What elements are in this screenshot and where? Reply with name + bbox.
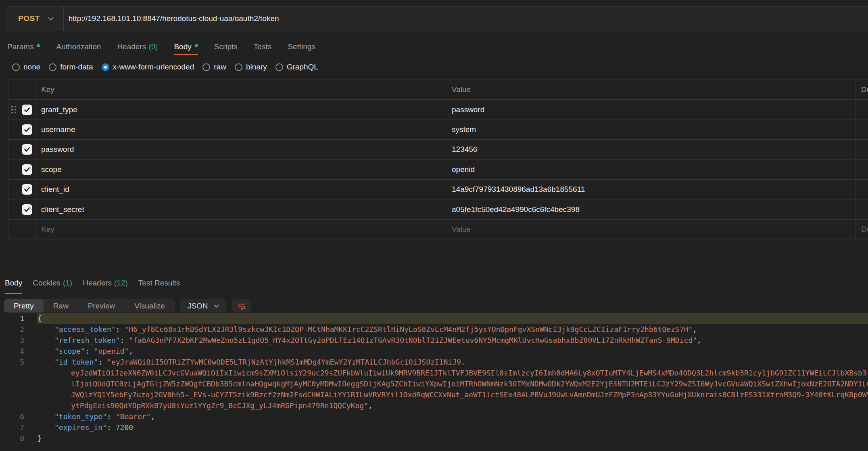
token-str: "eyJraWQiOiI5OTRiZTYwMC0wODE5LTRjNzAtYjh… xyxy=(107,358,465,366)
param-value-cell[interactable]: 14a9cf797931430896ad13a6b1855611 xyxy=(446,180,855,199)
body-mode-x-www-form-urlencoded[interactable]: x-www-form-urlencoded xyxy=(102,63,194,71)
body-mode-graphql[interactable]: GraphQL xyxy=(275,63,318,71)
line-number: 5 xyxy=(0,357,24,367)
code-line: 6"token_type": "Bearer", xyxy=(0,411,868,422)
response-format-select[interactable]: JSON xyxy=(180,299,226,313)
row-checkbox[interactable] xyxy=(22,204,32,215)
param-desc-cell[interactable] xyxy=(855,100,868,119)
tab-headers[interactable]: Headers(9) xyxy=(117,39,158,55)
format-label: JSON xyxy=(188,302,208,310)
response-toolbar: PrettyRawPreviewVisualize JSON xyxy=(4,299,251,313)
param-key-cell[interactable]: client_secret xyxy=(35,199,446,219)
desc-input-placeholder[interactable]: De xyxy=(855,220,868,239)
tab-label: Tests xyxy=(254,42,271,51)
row-checkbox[interactable] xyxy=(22,144,32,155)
tab-tests[interactable]: Tests xyxy=(254,39,271,55)
code-line: ytPdgEeis90QdYDpRXkB7yU8iYuz1YYgZr9_BcCJ… xyxy=(0,400,868,411)
token-punc: } xyxy=(38,434,42,443)
param-value-cell[interactable]: 123456 xyxy=(446,140,855,159)
body-mode-none[interactable]: none xyxy=(12,63,40,71)
param-value-cell[interactable]: password xyxy=(446,100,855,119)
tab-params[interactable]: Params xyxy=(7,39,40,55)
code-content: "scope": "openid", xyxy=(54,346,133,357)
param-select-cell xyxy=(8,120,35,139)
token-punc: : xyxy=(85,347,94,355)
code-line: 5"id_token": "eyJraWQiOiI5OTRiZTYwMC0wOD… xyxy=(0,357,868,367)
tab-label: Settings xyxy=(288,42,315,51)
view-mode-pretty[interactable]: Pretty xyxy=(4,299,44,313)
row-checkbox[interactable] xyxy=(22,105,32,115)
body-mode-raw[interactable]: raw xyxy=(202,63,226,71)
token-num: 7200 xyxy=(116,423,133,432)
response-tab-headers[interactable]: Headers(12) xyxy=(83,272,128,294)
param-row: client_id14a9cf797931430896ad13a6b185561… xyxy=(8,180,868,199)
token-punc: : xyxy=(107,412,116,421)
param-key-cell[interactable]: grant_type xyxy=(35,100,446,119)
token-str: "H6_yf8Cc68x1rhDSdYLX2JR3l9szkcw3KIc1DZQ… xyxy=(124,325,693,334)
param-row-placeholder: KeyValueDe xyxy=(8,220,868,239)
line-number: 7 xyxy=(0,422,24,433)
param-key-cell[interactable]: username xyxy=(35,120,446,139)
code-line: 3"refresh_token": "fa6AG3nPF7X2bKF2MwWeZ… xyxy=(0,335,868,346)
param-key-cell[interactable]: password xyxy=(35,140,446,159)
token-key: "refresh_token" xyxy=(54,336,120,344)
param-desc-cell[interactable] xyxy=(855,199,868,219)
line-number: 8 xyxy=(0,433,24,444)
value-input-placeholder[interactable]: Value xyxy=(446,220,855,239)
body-mode-label: form-data xyxy=(60,63,93,71)
body-mode-form-data[interactable]: form-data xyxy=(49,63,93,71)
url-input[interactable]: http://192.168.101.10:8847/herodotus-clo… xyxy=(69,14,279,23)
response-tab-test-results[interactable]: Test Results xyxy=(138,272,180,294)
pane-divider[interactable] xyxy=(0,266,868,266)
key-input-placeholder[interactable]: Key xyxy=(35,220,446,239)
line-number: 4 xyxy=(0,346,24,357)
param-value-cell[interactable]: a05fe1fc50ed42a4990c6c6fc4bec398 xyxy=(446,199,855,219)
code-content: "token_type": "Bearer", xyxy=(54,411,155,422)
header-select-cell xyxy=(8,80,35,99)
param-desc-cell[interactable] xyxy=(855,140,868,159)
response-tab-cookies[interactable]: Cookies(1) xyxy=(33,272,72,294)
param-key-cell[interactable]: scope xyxy=(35,160,446,179)
tab-body[interactable]: Body xyxy=(174,39,198,55)
view-mode-visualize[interactable]: Visualize xyxy=(125,299,175,313)
line-number: 2 xyxy=(0,324,24,335)
method-selector[interactable]: POST xyxy=(6,14,54,23)
tab-label: Cookies xyxy=(33,279,61,287)
line-number: 1 xyxy=(0,313,24,324)
tab-label: Test Results xyxy=(138,279,180,287)
body-mode-label: x-www-form-urlencoded xyxy=(113,63,194,71)
param-select-cell xyxy=(8,220,35,239)
param-desc-cell[interactable] xyxy=(855,160,868,179)
tab-settings[interactable]: Settings xyxy=(288,39,315,55)
code-content: } xyxy=(38,433,42,444)
wrap-lines-button[interactable] xyxy=(232,299,251,313)
view-mode-raw[interactable]: Raw xyxy=(44,299,78,313)
param-desc-cell[interactable] xyxy=(855,120,868,139)
param-select-cell xyxy=(8,140,35,159)
row-checkbox[interactable] xyxy=(22,164,32,175)
tab-scripts[interactable]: Scripts xyxy=(214,39,238,55)
param-desc-cell[interactable] xyxy=(855,180,868,199)
response-tab-body[interactable]: Body xyxy=(5,272,22,294)
tab-authorization[interactable]: Authorization xyxy=(56,39,101,55)
token-punc: { xyxy=(38,314,42,323)
param-value-cell[interactable]: system xyxy=(446,120,855,139)
response-editor[interactable]: 1{2"access_token": "H6_yf8Cc68x1rhDSdYLX… xyxy=(0,313,868,451)
row-checkbox[interactable] xyxy=(22,124,32,135)
body-mode-options: noneform-datax-www-form-urlencodedrawbin… xyxy=(12,61,318,73)
row-checkbox[interactable] xyxy=(22,184,32,195)
param-value-cell[interactable]: openid xyxy=(446,160,855,179)
body-mode-binary[interactable]: binary xyxy=(235,63,267,71)
radio-selected-icon xyxy=(102,63,109,71)
param-key-cell[interactable]: client_id xyxy=(35,180,446,199)
view-mode-preview[interactable]: Preview xyxy=(78,299,125,313)
radio-icon xyxy=(235,63,242,71)
code-line: 4"scope": "openid", xyxy=(0,346,868,357)
token-str: ytPdgEeis90QdYDpRXkB7yU8iYuz1YYgZr9_BcCJ… xyxy=(71,401,368,410)
drag-handle-icon[interactable] xyxy=(11,106,16,113)
body-mode-label: none xyxy=(23,63,40,71)
request-bar: POST http://192.168.101.10:8847/herodotu… xyxy=(6,6,868,31)
code-content: ytPdgEeis90QdYDpRXkB7yU8iYuz1YYgZr9_BcCJ… xyxy=(71,400,373,411)
code-content: JWQlzYQ1Y5ebFy7uzoj2GV0hh5-_EVs-uCYZT5zi… xyxy=(71,389,868,400)
token-str: lIjoiQUdQTC0zLjAgTGljZW5zZWQgfCBDb3B5cml… xyxy=(71,380,868,388)
